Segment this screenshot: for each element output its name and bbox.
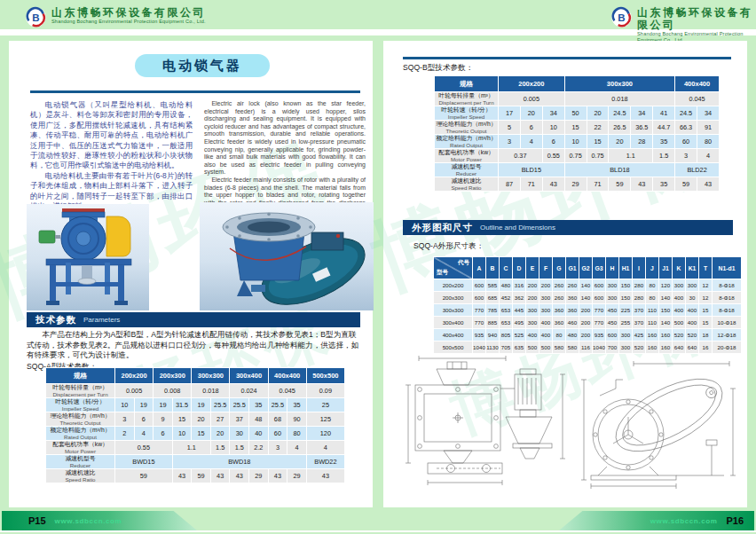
value-cell: 600 xyxy=(473,292,486,304)
value-cell: 200 xyxy=(539,279,553,292)
value-cell: 125 xyxy=(306,412,344,427)
value-cell: 2.2 xyxy=(249,441,269,455)
value-cell: 3 xyxy=(268,441,287,455)
value-cell: 15 xyxy=(192,427,211,441)
table-row: 减速机速比Speed Ratio594359434329432943 xyxy=(46,469,345,483)
value-cell: 0.005 xyxy=(115,384,154,398)
row-label: 300x400 xyxy=(434,317,473,329)
value-cell: 200 xyxy=(579,317,593,329)
page-right: 博畅环保 博畅环保 SQQ-B型技术参数： 规格200x200300x30040… xyxy=(383,41,747,507)
value-cell: 705 xyxy=(500,342,513,354)
value-cell: 6 xyxy=(520,121,542,135)
value-cell: 653 xyxy=(500,317,513,329)
row-label: 理论给料能力（m³/h）Theoretic Output xyxy=(435,121,499,135)
table-row: 300x300770785653445300300360360200770450… xyxy=(434,304,742,317)
value-cell: 15 xyxy=(699,304,713,317)
value-cell: 300 xyxy=(606,292,619,304)
table-row: 理论给料能力（m³/h）Theoretic Output369152027374… xyxy=(46,412,345,427)
value-cell: 300 xyxy=(619,329,633,342)
value-cell: 400 xyxy=(686,317,699,329)
dim-table-label: SQQ-A外形尺寸表： xyxy=(413,241,484,252)
value-cell: 10-Φ18 xyxy=(713,317,742,329)
value-cell: 500 xyxy=(526,342,539,354)
value-cell: 25 xyxy=(306,398,344,412)
value-cell: 43 xyxy=(697,177,720,192)
value-cell: 1.1 xyxy=(609,149,653,163)
value-cell: 60 xyxy=(675,135,697,149)
value-cell: 300 xyxy=(526,317,539,329)
value-cell: 17 xyxy=(499,106,521,121)
row-label: 500x500 xyxy=(434,342,473,354)
value-cell: BLD18 xyxy=(564,163,674,177)
column-header: A xyxy=(473,257,486,279)
section-title-en: Parameters xyxy=(83,316,120,324)
value-cell: 0.018 xyxy=(564,92,674,106)
value-cell: 6 xyxy=(154,427,173,441)
value-cell: 12 xyxy=(699,292,713,304)
parameters-table: 规格200x200200x300300x300300x400400x400500… xyxy=(45,367,345,483)
value-cell: 59 xyxy=(609,177,631,192)
row-label: 200x200 xyxy=(434,279,473,292)
value-cell: 0.09 xyxy=(306,384,344,398)
value-cell: 260 xyxy=(553,279,566,292)
intro-en: Electric air lock (also known as the sta… xyxy=(204,100,366,215)
company-header-left: B 山东博畅环保设备有限公司 Shandong Bochang Environm… xyxy=(25,6,206,28)
value-cell: 4 xyxy=(134,427,154,441)
table-row: 300x400770885653495300400360460200770450… xyxy=(434,317,742,329)
value-cell: 200 xyxy=(526,292,539,304)
product-photo-feeder-direct-drive xyxy=(200,202,374,310)
value-cell: 0.008 xyxy=(154,384,192,398)
value-cell: 200 xyxy=(579,329,593,342)
table-outline-dimensions: 代号型号ABCDEFGG1G2G3HH1IJJ1KK1TN1-d1200x200… xyxy=(433,256,741,354)
table-row: 叶轮每转排量（m³）Displacement per Turn0.0050.00… xyxy=(46,384,345,398)
value-cell: 36.5 xyxy=(631,121,653,135)
value-cell: 8-Φ18 xyxy=(713,304,742,317)
value-cell: 12 xyxy=(699,279,713,292)
value-cell: 43 xyxy=(268,469,287,483)
value-cell: 140 xyxy=(579,279,593,292)
value-cell: 300 xyxy=(673,279,686,292)
column-header: E xyxy=(526,257,539,279)
bottom-edge xyxy=(0,530,756,532)
parameters-table: 代号型号ABCDEFGG1G2G3HH1IJJ1KK1TN1-d1200x200… xyxy=(433,256,742,354)
page-left: 博畅环保 博畅环保 电动锁气器 电动锁气器（又叫星型给料机、电动给料机）是灰斗、… xyxy=(9,41,373,507)
row-label: 减速机速比Speed Ratio xyxy=(435,177,499,192)
value-cell: 20-Φ18 xyxy=(713,342,742,354)
title-rule xyxy=(30,90,360,93)
value-cell: 8-Φ18 xyxy=(713,279,742,292)
value-cell: 90 xyxy=(287,412,307,427)
value-cell: 19 xyxy=(192,398,211,412)
value-cell: 1.5 xyxy=(653,149,675,163)
value-cell: 50 xyxy=(564,106,587,121)
row-label: 200x300 xyxy=(434,292,473,304)
value-cell: 19 xyxy=(134,398,154,412)
value-cell: 520 xyxy=(686,329,699,342)
value-cell: 34 xyxy=(697,106,720,121)
column-header: 200x300 xyxy=(154,368,192,384)
value-cell: 8-Φ18 xyxy=(713,292,742,304)
page-title: 电动锁气器 xyxy=(135,54,270,77)
company-name-cn: 山东博畅环保设备有限公司 xyxy=(637,6,756,31)
value-cell: 10 xyxy=(542,121,564,135)
value-cell: 43 xyxy=(210,469,230,483)
value-cell: 640 xyxy=(686,342,699,354)
value-cell: 600 xyxy=(593,292,606,304)
column-header: 300x300 xyxy=(192,368,230,384)
value-cell: 1040 xyxy=(473,342,486,354)
value-cell: 1040 xyxy=(593,342,606,354)
value-cell: 400 xyxy=(539,329,553,342)
value-cell: 940 xyxy=(486,329,500,342)
row-label: 配套电机功率（kw）Motor Power xyxy=(46,441,115,455)
table-row: 叶轮转速（转/分）Impeller Speed10191931.51925.52… xyxy=(46,398,345,412)
value-cell: 445 xyxy=(513,304,526,317)
spec-header: 规格 xyxy=(435,76,499,92)
value-cell: 116 xyxy=(579,342,593,354)
value-cell: 0.005 xyxy=(499,92,565,106)
value-cell: 580 xyxy=(553,342,566,354)
value-cell: 10 xyxy=(172,427,192,441)
column-header: N1-d1 xyxy=(713,257,742,279)
value-cell: 60 xyxy=(268,427,287,441)
company-header-right: B 山东博畅环保设备有限公司 Shandong Bochang Environm… xyxy=(610,6,756,43)
value-cell: 160 xyxy=(646,342,659,354)
table-row: 配套电机功率（kw）Motor Power0.551.11.51.52.2344 xyxy=(46,441,345,455)
